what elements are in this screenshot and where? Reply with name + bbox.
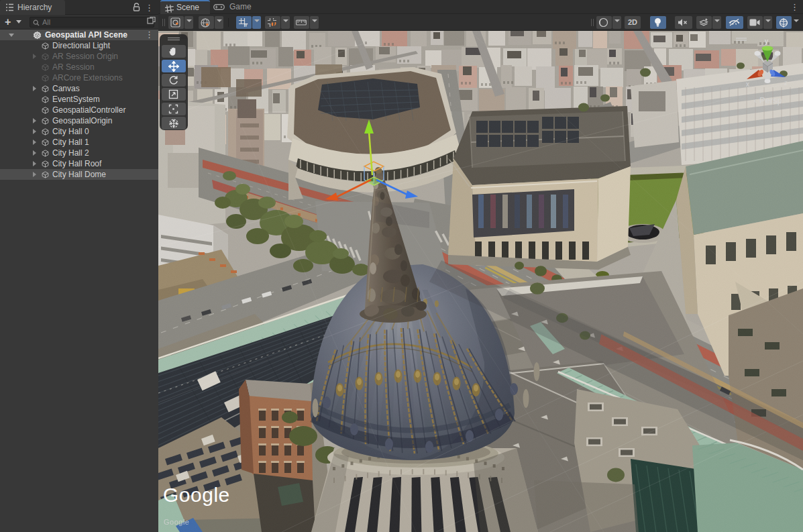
svg-text:z: z [784,79,788,87]
svg-text:x: x [746,81,749,88]
svg-text:y: y [765,38,768,45]
svg-text:Y: Y [244,22,248,28]
svg-text:‹ Persp: ‹ Persp [754,95,782,105]
